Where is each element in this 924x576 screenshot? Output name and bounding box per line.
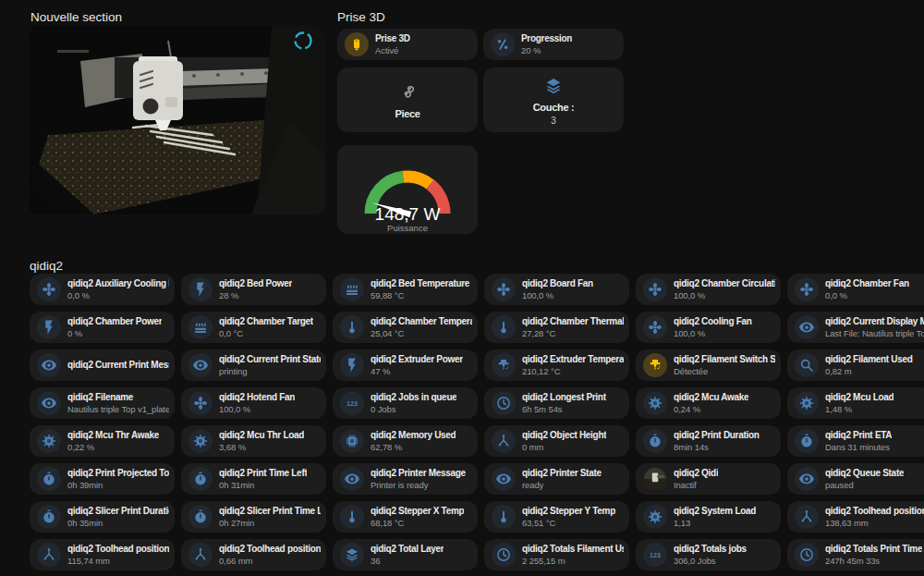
tile-state: 47 % — [371, 366, 463, 377]
tile-label: qidiq2 Bed Temperature — [371, 277, 469, 290]
tile-qidiq2-cooling-fan[interactable]: qidiq2 Cooling Fan100,0 % — [636, 312, 781, 343]
clock-icon — [492, 543, 516, 567]
tile-qidiq2-current-display-mes[interactable]: qidiq2 Current Display Mes...Last File: … — [787, 312, 924, 343]
tile-qidiq2-toolhead-position-y[interactable]: qidiq2 Toolhead position Y115,74 mm — [30, 539, 175, 570]
tile-qidiq2-mcu-awake[interactable]: qidiq2 Mcu Awake0,24 % — [636, 387, 781, 419]
tile-qidiq2-hotend-fan[interactable]: qidiq2 Hotend Fan100,0 % — [181, 387, 326, 419]
tile-qidiq2-print-time-left[interactable]: qidiq2 Print Time Left0h 31min — [181, 463, 326, 495]
tile-text: qidiq2 Auxiliary Cooling Fan0,0 % — [67, 277, 169, 301]
tile-prise-3d[interactable]: Prise 3DActivé — [337, 29, 478, 60]
tile-text: qidiq2 Slicer Print Duration ...0h 35min — [67, 505, 169, 529]
tile-state: 0 mm — [522, 442, 606, 453]
tile-text: qidiq2 Filament Used0,82 m — [825, 353, 913, 377]
tile-qidiq2-printer-message[interactable]: qidiq2 Printer MessagePrinter is ready — [333, 463, 478, 495]
tile-text: qidiq2 Toolhead position Y115,74 mm — [67, 543, 169, 567]
tile-qidiq2-chamber-target[interactable]: qidiq2 Chamber Target0,0 °C — [181, 312, 326, 343]
tile-text: qidiq2 Object Height0 mm — [522, 429, 606, 453]
tile-qidiq2-chamber-thermal-pr[interactable]: qidiq2 Chamber Thermal Pr...27,28 °C — [484, 312, 629, 343]
tile-qidiq2-mcu-thr-awake[interactable]: qidiq2 Mcu Thr Awake0,22 % — [30, 425, 175, 457]
tile-couche[interactable]: Couche :3 — [483, 67, 624, 132]
tile-text: qidiq2 Current Print Stateprinting — [219, 353, 321, 377]
tile-qidiq2-filament-switch-sen[interactable]: qidiq2 Filament Switch Sen...Détectée — [636, 349, 781, 381]
tile-qidiq2-current-print-state[interactable]: qidiq2 Current Print Stateprinting — [181, 349, 326, 381]
tile-qidiq2-jobs-in-queue[interactable]: 123qidiq2 Jobs in queue0 Jobs — [333, 387, 478, 419]
tile-qidiq2-printer-state[interactable]: qidiq2 Printer Stateready — [484, 463, 629, 495]
tile-qidiq2-queue-state[interactable]: qidiq2 Queue Statepaused — [787, 463, 924, 495]
gauge-value: 148,7 W — [375, 204, 441, 224]
tile-qidiq2-system-load[interactable]: qidiq2 System Load1,13 — [636, 501, 781, 533]
tile-qidiq2-bed-temperature[interactable]: qidiq2 Bed Temperature59,88 °C — [333, 274, 478, 305]
eye-icon — [37, 353, 61, 377]
tile-text: qidiq2 Print Time Left0h 31min — [219, 467, 307, 491]
eye-icon — [795, 315, 819, 339]
tile-qidiq2-stepper-x-temp[interactable]: qidiq2 Stepper X Temp68,18 °C — [333, 501, 478, 533]
tile-piece[interactable]: Piece — [337, 67, 478, 132]
power-gauge-card[interactable]: 148,7 W Puissance — [337, 145, 478, 234]
tile-label: qidiq2 Mcu Thr Awake — [67, 429, 159, 442]
nozzle-icon — [643, 353, 667, 377]
tile-state: 0h 31min — [219, 480, 307, 491]
tile-qidiq2-filename[interactable]: qidiq2 FilenameNautilus triple Top v1_pl… — [30, 387, 175, 419]
tile-text: qidiq2 Mcu Awake0,24 % — [674, 391, 748, 415]
tile-qidiq2-chamber-circulation[interactable]: qidiq2 Chamber Circulation ...100,0 % — [636, 274, 781, 305]
tile-qidiq2-mcu-thr-load[interactable]: qidiq2 Mcu Thr Load3,68 % — [181, 425, 326, 457]
tile-state: 100,0 % — [219, 404, 295, 415]
tile-progression[interactable]: Progression20 % — [483, 29, 624, 60]
prise3d-grid: Prise 3DActivéProgression20 %PieceCouche… — [337, 29, 624, 132]
tile-qidiq2-total-layer[interactable]: qidiq2 Total Layer36 — [333, 539, 478, 570]
fan-icon — [795, 277, 819, 301]
tile-qidiq2-stepper-y-temp[interactable]: qidiq2 Stepper Y Temp63,51 °C — [484, 501, 629, 533]
timer-icon — [643, 429, 667, 453]
tile-qidiq2-extruder-temperature[interactable]: qidiq2 Extruder Temperature210,12 °C — [484, 349, 629, 381]
tile-qidiq2-totals-filament-used[interactable]: qidiq2 Totals Filament Used2 255,15 m — [484, 539, 629, 570]
chip-icon — [37, 429, 61, 453]
tile-text: qidiq2 Totals Print Time247h 45m 33s — [825, 543, 922, 567]
tile-text: qidiq2 Stepper Y Temp63,51 °C — [522, 505, 615, 529]
tile-qidiq2-bed-power[interactable]: qidiq2 Bed Power28 % — [181, 274, 326, 305]
tile-label: qidiq2 Chamber Power — [67, 315, 162, 328]
tile-label: qidiq2 Total Layer — [371, 543, 444, 556]
tile-text: qidiq2 QidiInactif — [674, 467, 718, 491]
tile-label: qidiq2 Longest Print — [522, 391, 606, 404]
tile-text: qidiq2 Chamber Fan0,0 % — [825, 277, 909, 301]
tile-label: qidiq2 Mcu Awake — [674, 391, 748, 404]
tile-qidiq2-print-projected-total[interactable]: qidiq2 Print Projected Total ...0h 39min — [30, 463, 175, 495]
tile-state: Last File: Nautilus triple Top v1... — [825, 328, 924, 339]
tile-qidiq2-chamber-fan[interactable]: qidiq2 Chamber Fan0,0 % — [787, 274, 924, 305]
percent-icon — [491, 32, 515, 56]
tile-qidiq2-filament-used[interactable]: qidiq2 Filament Used0,82 m — [787, 349, 924, 381]
tile-qidiq2-slicer-print-time-left[interactable]: qidiq2 Slicer Print Time Left...0h 27min — [181, 501, 326, 533]
tile-label: qidiq2 Chamber Target — [219, 315, 313, 328]
tile-qidiq2-chamber-power[interactable]: qidiq2 Chamber Power0 % — [30, 312, 175, 343]
eye-icon — [340, 467, 364, 491]
tile-qidiq2-extruder-power[interactable]: qidiq2 Extruder Power47 % — [333, 349, 478, 381]
tile-state: 68,18 °C — [371, 518, 464, 529]
tile-qidiq2-memory-used[interactable]: qidiq2 Memory Used62,78 % — [333, 425, 478, 457]
camera-card[interactable] — [30, 26, 325, 214]
tile-qidiq2-longest-print[interactable]: qidiq2 Longest Print6h 5m 54s — [484, 387, 629, 419]
tile-qidiq2-slicer-print-duration[interactable]: qidiq2 Slicer Print Duration ...0h 35min — [30, 501, 175, 533]
tile-qidiq2-totals-jobs[interactable]: 123qidiq2 Totals jobs306,0 Jobs — [636, 539, 781, 570]
tile-text: qidiq2 Bed Power28 % — [219, 277, 292, 301]
tile-qidiq2-auxiliary-cooling-fan[interactable]: qidiq2 Auxiliary Cooling Fan0,0 % — [30, 274, 175, 305]
tile-label: qidiq2 Chamber Temperature — [371, 315, 472, 328]
tile-qidiq2-print-duration[interactable]: qidiq2 Print Duration8min 14s — [636, 425, 781, 457]
tile-state: 0,66 mm — [219, 556, 321, 567]
tile-qidiq2-toolhead-position-z[interactable]: qidiq2 Toolhead position Z0,66 mm — [181, 539, 326, 570]
tile-state: 28 % — [219, 290, 292, 301]
tile-qidiq2-totals-print-time[interactable]: qidiq2 Totals Print Time247h 45m 33s — [787, 539, 924, 570]
tile-qidiq2-object-height[interactable]: qidiq2 Object Height0 mm — [484, 425, 629, 457]
tile-qidiq2-mcu-load[interactable]: qidiq2 Mcu Load1,48 % — [787, 387, 924, 419]
tile-qidiq2-board-fan[interactable]: qidiq2 Board Fan100,0 % — [484, 274, 629, 305]
tile-qidiq2-chamber-temperature[interactable]: qidiq2 Chamber Temperature25,04 °C — [333, 312, 478, 343]
eye-icon — [37, 391, 61, 415]
tile-label: Prise 3D — [375, 32, 410, 45]
tile-qidiq2-print-eta[interactable]: qidiq2 Print ETADans 31 minutes — [787, 425, 924, 457]
tile-qidiq2-current-print-message[interactable]: qidiq2 Current Print Message — [30, 349, 175, 381]
eye-icon — [795, 467, 819, 491]
tile-state: 62,78 % — [371, 442, 456, 453]
tile-qidiq2-qidi[interactable]: qidiq2 QidiInactif — [636, 463, 781, 495]
section-title-prise3d: Prise 3D — [337, 10, 385, 24]
tile-label: qidiq2 Extruder Temperature — [522, 353, 624, 366]
tile-qidiq2-toolhead-position-x[interactable]: qidiq2 Toolhead position X138,63 mm — [787, 501, 924, 533]
